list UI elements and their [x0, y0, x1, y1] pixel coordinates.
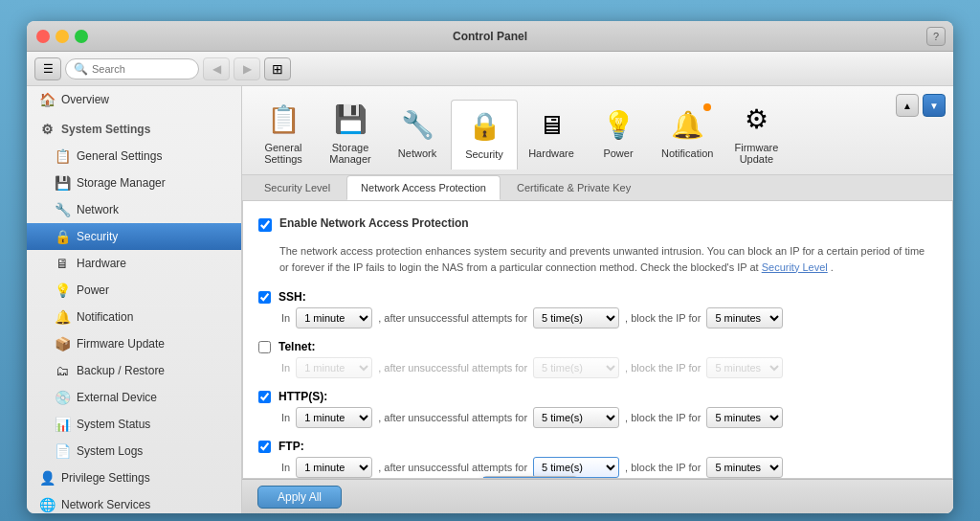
sidebar-item-system-logs[interactable]: 📄 System Logs: [27, 438, 241, 464]
back-button[interactable]: ◀: [203, 57, 230, 80]
https-in-select[interactable]: 1 minute: [296, 407, 372, 428]
minimize-button[interactable]: [56, 30, 69, 43]
block-label-telnet: , block the IP for: [625, 362, 701, 374]
sidebar-item-hardware[interactable]: 🖥 Hardware: [27, 250, 241, 277]
icon-item-general-settings[interactable]: 📋 General Settings: [250, 94, 317, 174]
ftp-in-select[interactable]: 1 minute: [296, 457, 372, 478]
tab-label-certificate: Certificate & Private Key: [517, 182, 631, 193]
sidebar-toggle-button[interactable]: ☰: [34, 57, 61, 80]
telnet-attempts-select[interactable]: 5 time(s): [533, 357, 619, 378]
in-label-ftp: In: [281, 462, 290, 473]
ssh-in-select[interactable]: 1 minute: [296, 307, 372, 328]
sidebar-label-privilege-settings: Privilege Settings: [61, 471, 150, 485]
icon-label-hardware: Hardware: [528, 147, 574, 159]
https-settings-row: In 1 minute , after unsuccessful attempt…: [281, 407, 937, 428]
sidebar-item-storage-manager[interactable]: 💾 Storage Manager: [27, 170, 241, 196]
sidebar-item-system-status[interactable]: 📊 System Status: [27, 411, 241, 438]
protocol-row-https: HTTP(S):: [258, 390, 937, 403]
close-button[interactable]: [36, 30, 50, 43]
apply-all-button[interactable]: Apply All: [257, 486, 342, 509]
sidebar-item-network[interactable]: 🔧 Network: [27, 196, 241, 223]
ssh-checkbox[interactable]: [258, 291, 271, 304]
icon-item-security[interactable]: 🔒 Security: [451, 100, 518, 170]
https-checkbox[interactable]: [258, 391, 271, 403]
help-button[interactable]: ?: [926, 27, 946, 46]
tab-certificate[interactable]: Certificate & Private Key: [502, 175, 645, 200]
icon-label-security: Security: [465, 148, 503, 160]
document-icon: 📋: [54, 147, 71, 165]
sidebar-label-overview: Overview: [61, 93, 109, 106]
telnet-checkbox[interactable]: [258, 341, 271, 353]
scroll-down-button[interactable]: ▼: [923, 94, 946, 117]
home-icon: 🏠: [38, 91, 56, 108]
security-level-link[interactable]: Security Level: [762, 261, 828, 273]
search-box[interactable]: 🔍: [65, 58, 199, 79]
sidebar-item-network-services[interactable]: 🌐 Network Services: [27, 491, 241, 513]
ssh-block-select[interactable]: 5 minutes: [706, 307, 783, 328]
sidebar-item-firmware-update[interactable]: 📦 Firmware Update: [27, 330, 241, 357]
power-icon: 💡: [54, 282, 71, 299]
sidebar-item-external-device[interactable]: 💿 External Device: [27, 384, 241, 411]
window-controls: [36, 30, 88, 43]
forward-button[interactable]: ▶: [234, 57, 260, 80]
sidebar-label-notification: Notification: [77, 310, 133, 324]
sidebar-item-privilege-settings[interactable]: 👤 Privilege Settings: [27, 464, 241, 491]
maximize-button[interactable]: [75, 30, 88, 43]
icon-item-hardware[interactable]: 🖥 Hardware: [518, 100, 585, 169]
icon-label-power: Power: [603, 147, 633, 159]
forward-icon: ▶: [243, 62, 252, 76]
sidebar-label-backup-restore: Backup / Restore: [77, 364, 165, 377]
icon-label-network: Network: [398, 147, 436, 159]
content-area: 📋 General Settings 💾 Storage Manager 🔧 N…: [242, 86, 953, 513]
icon-item-network[interactable]: 🔧 Network: [384, 100, 451, 169]
enable-protection-label: Enable Network Access Protection: [279, 216, 469, 230]
tab-security-level[interactable]: Security Level: [250, 175, 345, 200]
search-input[interactable]: [92, 63, 190, 75]
tab-label-security-level: Security Level: [264, 182, 330, 193]
titlebar: Control Panel ?: [27, 21, 953, 52]
https-label: HTTP(S):: [278, 390, 345, 403]
tab-network-access[interactable]: Network Access Protection: [346, 175, 501, 200]
icon-item-firmware-update[interactable]: ⚙ Firmware Update: [723, 94, 790, 174]
notification-badge: [703, 103, 711, 111]
ftp-attempts-select[interactable]: 5 time(s): [533, 457, 619, 478]
settings-content: Enable Network Access Protection The net…: [242, 201, 953, 479]
chevron-down-icon: ▼: [929, 101, 939, 111]
after-label-telnet: , after unsuccessful attempts for: [378, 362, 527, 374]
description-end: .: [831, 261, 834, 273]
apply-all-label: Apply All: [278, 490, 322, 504]
telnet-block-select[interactable]: 5 minutes: [706, 357, 783, 378]
toolbar: ☰ 🔍 ◀ ▶ ⊞: [27, 52, 953, 86]
status-icon: 📊: [54, 416, 71, 433]
grid-icon: ⊞: [272, 61, 283, 77]
ftp-settings-row: In 1 minute , after unsuccessful attempt…: [281, 457, 937, 478]
grid-view-button[interactable]: ⊞: [264, 57, 291, 80]
sidebar-item-overview[interactable]: 🏠 Overview: [27, 86, 241, 113]
sidebar-item-power[interactable]: 💡 Power: [27, 277, 241, 304]
sidebar-item-notification[interactable]: 🔔 Notification: [27, 304, 241, 330]
icon-item-notification[interactable]: 🔔 Notification: [652, 100, 723, 169]
icon-item-storage-manager[interactable]: 💾 Storage Manager: [317, 94, 384, 174]
gear-icon: ⚙: [38, 121, 56, 138]
ssh-attempts-select[interactable]: 5 time(s): [533, 307, 619, 328]
ftp-checkbox[interactable]: [258, 441, 271, 453]
dropdown-item-5[interactable]: 5 time(s): [483, 477, 577, 479]
ftp-label: FTP:: [278, 440, 345, 453]
https-block-select[interactable]: 5 minutes: [706, 407, 783, 428]
tab-label-network-access: Network Access Protection: [361, 182, 486, 193]
external-icon: 💿: [54, 389, 71, 406]
ftp-block-select[interactable]: 5 minutes: [706, 457, 783, 478]
icon-item-power[interactable]: 💡 Power: [585, 100, 652, 169]
scroll-up-button[interactable]: ▲: [896, 94, 919, 117]
telnet-in-select[interactable]: 1 minute: [296, 357, 372, 378]
sidebar-item-backup-restore[interactable]: 🗂 Backup / Restore: [27, 357, 241, 384]
https-attempts-select[interactable]: 5 time(s): [533, 407, 619, 428]
sidebar-item-system-settings[interactable]: ⚙ System Settings: [27, 113, 241, 143]
sidebar-label-security: Security: [77, 230, 118, 243]
icon-label-storage-manager: Storage Manager: [329, 142, 370, 165]
enable-protection-row: Enable Network Access Protection: [258, 216, 937, 232]
enable-protection-checkbox[interactable]: [258, 218, 272, 232]
sidebar-item-security[interactable]: 🔒 Security: [27, 223, 241, 250]
globe-icon: 🌐: [38, 496, 56, 513]
sidebar-item-general-settings[interactable]: 📋 General Settings: [27, 143, 241, 170]
